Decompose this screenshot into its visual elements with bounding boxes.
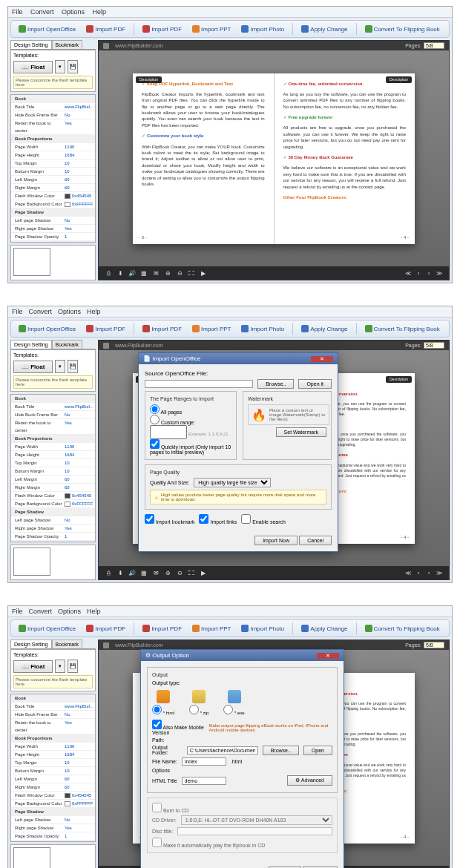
import-bookmark-checkbox[interactable]: Import bookmark bbox=[145, 514, 194, 525]
template-dropdown[interactable]: ▾ bbox=[55, 60, 65, 73]
property-row[interactable]: Retain the book to centerYes bbox=[11, 119, 95, 135]
property-row[interactable]: Book bbox=[11, 95, 95, 103]
property-row[interactable]: Right Margin60 bbox=[11, 184, 95, 192]
property-row[interactable]: Background Config bbox=[11, 241, 95, 243]
import-openoffice-button[interactable]: Import OpenOffice bbox=[15, 323, 79, 335]
source-file-input[interactable] bbox=[145, 380, 253, 388]
template-save[interactable]: 💾 bbox=[68, 60, 78, 73]
autoplay-checkbox[interactable]: Make it automatically play the flipbook … bbox=[152, 843, 265, 848]
quality-select[interactable]: High quality large file size bbox=[194, 478, 271, 487]
property-row[interactable]: Page Shadow Opacity1 bbox=[11, 233, 95, 241]
property-row[interactable]: Top Margin10 bbox=[11, 160, 95, 168]
property-row[interactable]: Top Margin10 bbox=[11, 759, 95, 767]
output-type-html[interactable]: *.html bbox=[152, 690, 174, 715]
output-folder-input[interactable] bbox=[187, 746, 258, 754]
output-type-exe[interactable]: *.exe bbox=[223, 690, 244, 715]
browse-button[interactable]: Browse.. bbox=[257, 379, 294, 389]
template-select-button[interactable]: 📖 Float bbox=[13, 61, 53, 73]
quick-import-checkbox[interactable]: Quickly import (Only import 10 pages to … bbox=[150, 444, 231, 455]
close-icon[interactable]: ✕ bbox=[311, 356, 333, 362]
property-row[interactable]: Left page ShadowNo bbox=[11, 816, 95, 824]
property-row[interactable]: Left page ShadowNo bbox=[11, 217, 95, 225]
property-row[interactable]: Page Height1684 bbox=[11, 451, 95, 459]
page-input[interactable] bbox=[424, 42, 444, 49]
property-row[interactable]: Bottom Margin10 bbox=[11, 767, 95, 775]
zoom-in-icon[interactable]: ⊕ bbox=[164, 269, 171, 277]
import-ppt-button[interactable]: Import PPT bbox=[188, 23, 234, 35]
import-pdf-button[interactable]: Import PDF bbox=[82, 323, 129, 335]
import-links-checkbox[interactable]: Import links bbox=[199, 514, 237, 525]
property-row[interactable]: Hide Book Frame BarNo bbox=[11, 111, 95, 119]
file-name-input[interactable] bbox=[182, 757, 226, 766]
all-pages-radio[interactable]: All pages bbox=[150, 410, 182, 415]
description-tag-left[interactable]: Description bbox=[136, 76, 162, 83]
home-icon[interactable] bbox=[103, 43, 109, 49]
property-row[interactable]: Bottom Margin10 bbox=[11, 168, 95, 176]
close-icon[interactable]: ✕ bbox=[317, 653, 339, 659]
property-row[interactable]: Left page ShadowNo bbox=[11, 516, 95, 525]
property-row[interactable]: Flash Window Color0x454545 bbox=[11, 792, 95, 800]
property-row[interactable]: Page Shadow bbox=[11, 808, 95, 816]
property-row[interactable]: Right page ShadowYes bbox=[11, 824, 95, 832]
description-tag-right[interactable]: Description bbox=[386, 76, 412, 83]
preview-thumbnail[interactable] bbox=[13, 248, 50, 276]
property-row[interactable]: Page Width1190 bbox=[11, 143, 95, 151]
zoom-out-icon[interactable]: ⊖ bbox=[176, 269, 183, 277]
property-row[interactable]: Left Margin60 bbox=[11, 176, 95, 184]
browse-button[interactable]: Browse.. bbox=[263, 746, 299, 755]
mobile-version-checkbox[interactable]: Also Make Mobile Version bbox=[152, 720, 205, 735]
cd-driver-select[interactable]: 1:0:0,E: HL-DT-ST DVD-ROM DH40N A103 bbox=[181, 815, 332, 825]
last-page-icon[interactable]: ≫ bbox=[436, 269, 443, 277]
property-row[interactable]: Page Height1684 bbox=[11, 751, 95, 759]
property-row[interactable]: Page Background Color0xFFFFFF bbox=[11, 500, 95, 508]
property-row[interactable]: Flash Window Color0x454545 bbox=[11, 492, 95, 500]
set-watermark-button[interactable]: Set Watermark bbox=[276, 427, 326, 437]
share-icon[interactable]: ✉ bbox=[152, 269, 160, 277]
property-row[interactable]: Left Margin60 bbox=[11, 775, 95, 783]
convert-button[interactable]: Convert To Flipping Book bbox=[361, 23, 444, 35]
import-openoffice-button[interactable]: Import OpenOffice bbox=[15, 23, 79, 35]
property-row[interactable]: Book bbox=[11, 694, 95, 703]
property-row[interactable]: Right page ShadowYes bbox=[11, 225, 95, 233]
property-row[interactable]: Hide Book Frame BarNo bbox=[11, 411, 95, 419]
property-row[interactable]: Right Margin60 bbox=[11, 783, 95, 792]
download-icon[interactable]: ⬇ bbox=[116, 269, 124, 277]
property-grid[interactable]: BookBook Titlewww.FlipBuil...Hide Book F… bbox=[10, 94, 96, 243]
property-row[interactable]: Book Titlewww.FlipBuil... bbox=[11, 103, 95, 111]
import-pdf-button-2[interactable]: Import PDF bbox=[139, 23, 185, 35]
property-row[interactable]: Background Config bbox=[11, 541, 95, 542]
menu-file[interactable]: File bbox=[12, 8, 23, 16]
cancel-button[interactable]: Cancel bbox=[299, 536, 332, 545]
thumbnails-icon[interactable]: ▦ bbox=[140, 269, 148, 277]
property-grid[interactable]: BookBook Titlewww.FlipBuil...Hide Book F… bbox=[10, 694, 96, 842]
html-title-input[interactable] bbox=[182, 777, 226, 785]
advanced-button[interactable]: ⚙ Advanced bbox=[287, 775, 332, 786]
property-row[interactable]: Bottom Margin10 bbox=[11, 467, 95, 476]
next-page-icon[interactable]: › bbox=[425, 269, 433, 277]
disc-title-input[interactable] bbox=[177, 827, 332, 835]
property-row[interactable]: Retain the book to centerYes bbox=[11, 719, 95, 734]
property-row[interactable]: Right page ShadowYes bbox=[11, 525, 95, 533]
property-row[interactable]: Right Margin60 bbox=[11, 484, 95, 492]
enable-search-checkbox[interactable]: Enable search bbox=[241, 514, 286, 525]
burn-cd-checkbox[interactable]: Burn to CD bbox=[152, 808, 189, 813]
open-button[interactable]: Open it bbox=[298, 379, 332, 389]
property-row[interactable]: Left Margin60 bbox=[11, 476, 95, 484]
property-row[interactable]: Page Width1190 bbox=[11, 743, 95, 751]
import-photo-button[interactable]: Import Photo bbox=[237, 23, 288, 35]
book-preview[interactable]: Description ✓Keep PDF Hyperlink, Bookmar… bbox=[133, 73, 415, 244]
menu-convert[interactable]: Convert bbox=[30, 8, 54, 16]
print-icon[interactable]: ⎙ bbox=[105, 269, 112, 277]
property-row[interactable]: Book Proportions bbox=[11, 135, 95, 143]
tab-design-setting[interactable]: Design Setting bbox=[10, 40, 52, 49]
apply-change-button[interactable]: Apply Change bbox=[298, 23, 351, 35]
property-row[interactable]: Page Shadow bbox=[11, 208, 95, 217]
tab-bookmark[interactable]: Bookmark bbox=[52, 40, 83, 49]
first-page-icon[interactable]: ≪ bbox=[404, 269, 412, 277]
import-now-button[interactable]: Import Now bbox=[254, 536, 298, 545]
menu-options[interactable]: Options bbox=[62, 8, 85, 16]
property-row[interactable]: Page Background Color0xFFFFFF bbox=[11, 200, 95, 208]
custom-range-radio[interactable]: Custom range: bbox=[150, 420, 195, 425]
prev-page-icon[interactable]: ‹ bbox=[415, 269, 422, 277]
menu-help[interactable]: Help bbox=[93, 8, 107, 16]
